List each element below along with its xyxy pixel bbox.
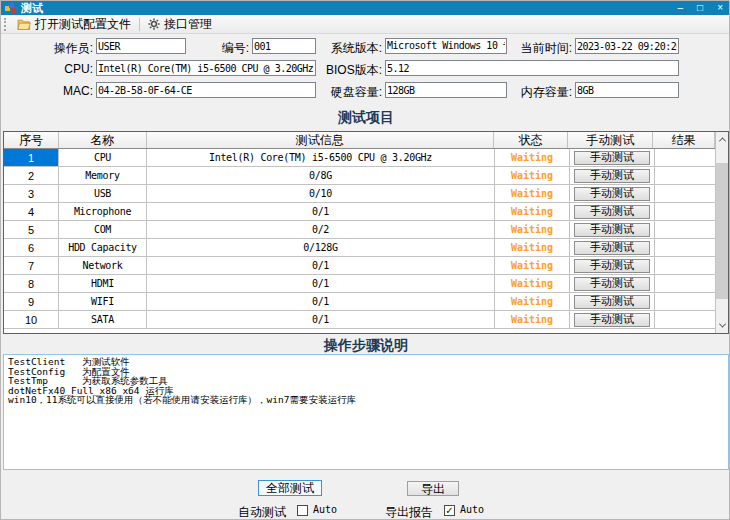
maximize-icon[interactable]: □ bbox=[697, 1, 703, 15]
number-input[interactable] bbox=[252, 38, 316, 54]
row-number-cell[interactable]: 4 bbox=[4, 203, 59, 220]
table-row[interactable]: 2Memory0/8GWaiting手动测试 bbox=[4, 167, 728, 185]
auto-test-checkbox-label: Auto bbox=[313, 504, 337, 515]
test-info-cell: 0/10 bbox=[147, 185, 495, 202]
scroll-down-icon[interactable] bbox=[716, 318, 728, 333]
scroll-up-icon[interactable] bbox=[716, 132, 728, 147]
minimize-icon[interactable]: – bbox=[678, 1, 684, 15]
os-version-label: 系统版本: bbox=[322, 40, 382, 57]
window-title: 测试 bbox=[21, 1, 43, 15]
instruction-line: win10，11系统可以直接使用（若不能使用请安装运行库），win7需要安装运行… bbox=[8, 395, 728, 405]
manual-test-cell: 手动测试 bbox=[570, 203, 655, 220]
item-name-cell: Microphone bbox=[59, 203, 147, 220]
interface-mgmt-button[interactable]: 接口管理 bbox=[142, 16, 218, 33]
item-name-cell: Network bbox=[59, 257, 147, 274]
test-table: 序号 名称 测试信息 状态 手动测试 结果 1CPUIntel(R) Core(… bbox=[3, 131, 729, 334]
hdd-capacity-label: 硬盘容量: bbox=[322, 84, 382, 101]
manual-test-button[interactable]: 手动测试 bbox=[574, 295, 650, 309]
ram-capacity-label: 内存容量: bbox=[512, 84, 572, 101]
table-scrollbar[interactable] bbox=[715, 132, 728, 333]
row-number-cell[interactable]: 8 bbox=[4, 275, 59, 292]
current-time-input[interactable] bbox=[575, 38, 679, 54]
table-row[interactable]: 3USB0/10Waiting手动测试 bbox=[4, 185, 728, 203]
header-no: 序号 bbox=[4, 132, 59, 148]
auto-test-checkbox[interactable] bbox=[297, 505, 308, 516]
manual-test-button[interactable]: 手动测试 bbox=[574, 277, 650, 291]
manual-test-cell: 手动测试 bbox=[570, 149, 655, 166]
header-name: 名称 bbox=[59, 132, 147, 148]
test-info-cell: 0/1 bbox=[147, 275, 495, 292]
manual-test-button[interactable]: 手动测试 bbox=[574, 223, 650, 237]
status-cell: Waiting bbox=[495, 239, 570, 256]
manual-test-button[interactable]: 手动测试 bbox=[574, 259, 650, 273]
manual-test-cell: 手动测试 bbox=[570, 293, 655, 310]
item-name-cell: HDMI bbox=[59, 275, 147, 292]
test-info-cell: 0/1 bbox=[147, 311, 495, 328]
item-name-cell: USB bbox=[59, 185, 147, 202]
manual-test-button[interactable]: 手动测试 bbox=[574, 241, 650, 255]
table-row[interactable]: 1CPUIntel(R) Core(TM) i5-6500 CPU @ 3.20… bbox=[4, 149, 728, 167]
os-version-input[interactable] bbox=[385, 38, 507, 54]
row-number-cell[interactable]: 7 bbox=[4, 257, 59, 274]
export-report-checkbox-label: Auto bbox=[460, 504, 484, 515]
bios-version-input[interactable] bbox=[385, 60, 679, 76]
row-number-cell[interactable]: 6 bbox=[4, 239, 59, 256]
open-config-label: 打开测试配置文件 bbox=[35, 16, 131, 33]
test-info-cell: 0/128G bbox=[147, 239, 495, 256]
cpu-input[interactable] bbox=[96, 60, 316, 76]
manual-test-cell: 手动测试 bbox=[570, 221, 655, 238]
item-name-cell: CPU bbox=[59, 149, 147, 166]
status-cell: Waiting bbox=[495, 275, 570, 292]
test-all-button[interactable]: 全部测试 bbox=[258, 480, 322, 496]
close-icon[interactable]: × bbox=[717, 1, 723, 15]
table-row[interactable]: 4Microphone0/1Waiting手动测试 bbox=[4, 203, 728, 221]
status-cell: Waiting bbox=[495, 185, 570, 202]
manual-test-button[interactable]: 手动测试 bbox=[574, 151, 650, 165]
toolbar-grip bbox=[4, 18, 7, 31]
row-number-cell[interactable]: 5 bbox=[4, 221, 59, 238]
open-config-button[interactable]: 打开测试配置文件 bbox=[11, 16, 137, 33]
row-number-cell[interactable]: 9 bbox=[4, 293, 59, 310]
row-number-cell[interactable]: 10 bbox=[4, 311, 59, 328]
number-label: 编号: bbox=[201, 40, 249, 57]
result-cell bbox=[655, 167, 717, 184]
status-cell: Waiting bbox=[495, 311, 570, 328]
ram-capacity-input[interactable] bbox=[575, 82, 679, 98]
export-report-checkbox[interactable] bbox=[444, 505, 455, 516]
table-header: 序号 名称 测试信息 状态 手动测试 结果 bbox=[4, 132, 728, 149]
manual-test-cell: 手动测试 bbox=[570, 257, 655, 274]
table-row[interactable]: 8HDMI0/1Waiting手动测试 bbox=[4, 275, 728, 293]
manual-test-button[interactable]: 手动测试 bbox=[574, 313, 650, 327]
row-number-cell[interactable]: 3 bbox=[4, 185, 59, 202]
manual-test-cell: 手动测试 bbox=[570, 239, 655, 256]
gear-icon bbox=[148, 18, 160, 30]
operator-input[interactable] bbox=[96, 38, 186, 54]
row-number-cell[interactable]: 1 bbox=[4, 149, 59, 166]
table-row[interactable]: 10SATA0/1Waiting手动测试 bbox=[4, 311, 728, 329]
test-info-cell: 0/1 bbox=[147, 203, 495, 220]
manual-test-button[interactable]: 手动测试 bbox=[574, 205, 650, 219]
manual-test-button[interactable]: 手动测试 bbox=[574, 187, 650, 201]
test-info-cell: Intel(R) Core(TM) i5-6500 CPU @ 3.20GHz bbox=[147, 149, 495, 166]
row-number-cell[interactable]: 2 bbox=[4, 167, 59, 184]
table-row[interactable]: 7Network0/1Waiting手动测试 bbox=[4, 257, 728, 275]
table-row[interactable]: 6HDD Capacity0/128GWaiting手动测试 bbox=[4, 239, 728, 257]
instructions-text[interactable]: TestClient 为测试软件TestConfig 为配置文件TestTmp … bbox=[3, 354, 729, 470]
result-cell bbox=[655, 293, 717, 310]
test-table-body: 1CPUIntel(R) Core(TM) i5-6500 CPU @ 3.20… bbox=[4, 149, 728, 333]
table-row[interactable]: 9WIFI0/1Waiting手动测试 bbox=[4, 293, 728, 311]
status-cell: Waiting bbox=[495, 203, 570, 220]
export-button[interactable]: 导出 bbox=[407, 481, 459, 496]
test-info-cell: 0/8G bbox=[147, 167, 495, 184]
hdd-capacity-input[interactable] bbox=[385, 82, 507, 98]
mac-input[interactable] bbox=[96, 82, 316, 98]
table-row[interactable]: 5COM0/2Waiting手动测试 bbox=[4, 221, 728, 239]
header-manual-test: 手动测试 bbox=[568, 132, 653, 148]
status-cell: Waiting bbox=[495, 293, 570, 310]
result-cell bbox=[655, 203, 717, 220]
current-time-label: 当前时间: bbox=[512, 40, 572, 57]
open-folder-icon bbox=[17, 18, 31, 30]
scrollbar-thumb[interactable] bbox=[716, 163, 728, 299]
manual-test-cell: 手动测试 bbox=[570, 185, 655, 202]
manual-test-button[interactable]: 手动测试 bbox=[574, 169, 650, 183]
